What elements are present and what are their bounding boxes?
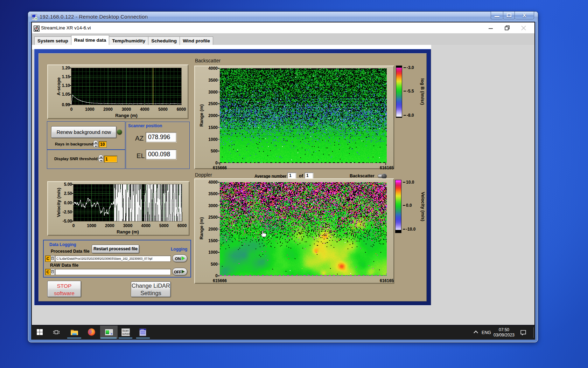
az-value[interactable]: 078.996 [146, 132, 176, 142]
restore-icon [502, 22, 512, 33]
rays-value[interactable]: 10 [99, 141, 107, 148]
doppler-ytick: 1000 [208, 250, 218, 255]
a-scope-xlabel: Range (m) [71, 113, 181, 118]
raw-browse-button[interactable] [51, 269, 55, 275]
a-scope-xtick: 5000 [157, 107, 169, 112]
rdp-close-button[interactable]: X [515, 12, 534, 19]
snr-spinner[interactable] [98, 155, 103, 162]
backscatter-title: Backscatter [195, 58, 220, 63]
raw-drive[interactable]: C [45, 269, 51, 275]
doppler-ytick: 2000 [208, 227, 218, 232]
a-scope-xtick: 1000 [83, 107, 96, 112]
tick-dash [403, 229, 405, 230]
tick-mark [72, 193, 73, 194]
velocity-ytick: -2.50 [63, 210, 72, 214]
backscatter-ytick: 1500 [208, 125, 218, 130]
doppler-ytick: 2500 [208, 215, 218, 220]
change-lidar-settings-button[interactable]: Change LiDAR Settings [131, 281, 171, 297]
tick-mark [72, 203, 73, 203]
a-scope-ytick: 1.15 [62, 74, 70, 79]
velocity-ytick: 0.00 [64, 200, 72, 205]
average-number-label: Average number [254, 174, 286, 179]
rdp-icon [31, 14, 38, 21]
close-icon: X [523, 12, 526, 18]
rays-spinner[interactable] [93, 140, 98, 148]
a-scope-ytick: 0.99 [62, 102, 70, 107]
renew-background-button[interactable]: Renew background now [51, 126, 117, 138]
colorbar-top-cap [396, 66, 402, 68]
tray-notification-button[interactable] [520, 329, 526, 336]
tick-mark [218, 68, 219, 69]
tick-dash [403, 205, 405, 206]
backscatter-ytick: 2000 [208, 113, 218, 118]
tick-mark [218, 205, 219, 206]
tab-scheduling[interactable]: Scheduling [148, 36, 180, 45]
tick-mark [218, 264, 219, 265]
mouse-hand-cursor [260, 230, 267, 238]
stop-software-button[interactable]: STOP software [47, 281, 81, 297]
doppler-x-left: 615666 [208, 278, 232, 283]
on-led-arrow [182, 257, 185, 260]
scanner-position-group: Scanner positionAZ078.996EL000.098 [126, 122, 190, 169]
logging-on-button[interactable]: ON [172, 254, 187, 262]
doppler-heatmap [220, 182, 387, 276]
average-number-value[interactable]: 1 [287, 172, 296, 179]
app-close-button[interactable] [518, 22, 529, 33]
tick-dash [404, 67, 406, 68]
tick-mark [72, 212, 73, 212]
tray-language[interactable]: ENG [482, 330, 491, 335]
tick-dash [403, 182, 405, 183]
el-value[interactable]: 000.098 [146, 149, 176, 159]
tick-mark [218, 127, 219, 128]
tray-time: 07:50 [491, 327, 517, 333]
velocity-xtick: 5000 [158, 223, 170, 228]
velocity-ytick: 2.50 [64, 191, 72, 196]
average-count-value[interactable]: 1 [304, 172, 313, 179]
app-restore-button[interactable] [502, 22, 512, 33]
rdp-titlebar[interactable]: 192.168.0.122 - Remote Desktop Connectio… [28, 12, 538, 22]
taskbar: Scan schedGEEKENG07:5003/09/2023 [31, 326, 535, 340]
a-scope-xtick: 6000 [175, 107, 188, 112]
logging-label: Logging [171, 247, 187, 252]
tick-mark [218, 151, 219, 151]
tray-clock[interactable]: 07:5003/09/2023 [491, 327, 517, 338]
backscatter-toggle-label: Backscatter [350, 173, 374, 178]
el-label: EL [136, 152, 145, 160]
a-scope-graph: 1.201.151.101.050.9901000200030004000500… [47, 64, 188, 119]
data-logging-title: Data Logging [49, 242, 76, 247]
x-tick-right [385, 163, 389, 166]
maximize-icon [507, 14, 511, 17]
tick-mark [218, 80, 219, 81]
x-tick-left [219, 163, 223, 166]
doppler-graph: 40003500300025002000150010005000Range (m… [194, 178, 394, 284]
backscatter-colorbar-tick: -3.0 [404, 65, 414, 70]
tab-system-setup[interactable]: System setup [34, 36, 71, 45]
minimize-icon [495, 16, 499, 17]
a-scope-waveform [71, 68, 181, 105]
rdp-minimize-button[interactable] [491, 12, 503, 19]
processed-path-field[interactable]: C:\Lidar\Data\Proc\2023\202309\20230903\… [55, 255, 171, 262]
app-minimize-button[interactable] [485, 22, 496, 33]
data-logging-group: Data LoggingProcessed Data fileRestart p… [43, 240, 191, 278]
backscatter-toggle[interactable] [378, 174, 387, 178]
tray-expand-caret[interactable] [474, 330, 478, 335]
backscatter-ytick: 3000 [208, 90, 218, 95]
tick-mark [70, 85, 71, 86]
processed-browse-button[interactable] [51, 255, 55, 262]
snr-value[interactable]: 1 [104, 156, 117, 163]
doppler-x-right: 616165 [374, 278, 399, 283]
doppler-ytick: 0 [215, 273, 218, 278]
scanner-position-title: Scanner position [128, 123, 162, 128]
rdp-maximize-button[interactable] [503, 12, 515, 19]
app-titlebar[interactable]: StreamLine XR v14-6.vi [32, 22, 534, 33]
processed-drive[interactable]: C [45, 255, 51, 262]
tick-mark [218, 115, 219, 116]
restart-processed-file-button[interactable]: Restart processed file [92, 245, 139, 253]
tab-wind-profile[interactable]: Wind profile [180, 36, 213, 45]
doppler-colorbar [395, 180, 401, 233]
tab-temp-humidity[interactable]: Temp/humidity [109, 36, 148, 45]
raw-path-field[interactable] [55, 269, 171, 275]
tick-mark [70, 68, 71, 68]
logging-off-button[interactable]: OFF [172, 268, 187, 275]
tab-real-time-data[interactable]: Real time data [71, 35, 110, 45]
